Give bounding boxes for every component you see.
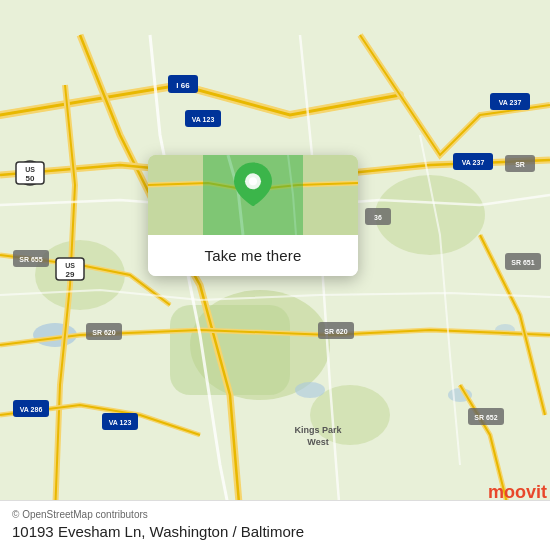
map-attribution: © OpenStreetMap contributors <box>12 509 538 520</box>
svg-point-49 <box>249 177 257 185</box>
svg-text:VA 237: VA 237 <box>499 99 522 106</box>
svg-text:SR 651: SR 651 <box>511 259 534 266</box>
popup-map-preview <box>148 155 358 235</box>
svg-text:West: West <box>307 437 328 447</box>
svg-text:50: 50 <box>26 174 35 183</box>
moovit-logo: moovit <box>488 478 540 506</box>
svg-text:SR 655: SR 655 <box>19 256 42 263</box>
svg-text:VA 123: VA 123 <box>109 419 132 426</box>
svg-text:I 66: I 66 <box>176 81 190 90</box>
address-text: 10193 Evesham Ln, Washington / Baltimore <box>12 523 538 540</box>
svg-text:SR 620: SR 620 <box>324 328 347 335</box>
svg-text:moovit: moovit <box>488 482 547 502</box>
svg-text:VA 237: VA 237 <box>462 159 485 166</box>
attribution-text: © OpenStreetMap contributors <box>12 509 148 520</box>
location-popup: Take me there <box>148 155 358 276</box>
svg-point-7 <box>295 382 325 398</box>
svg-rect-5 <box>170 305 290 395</box>
svg-text:US: US <box>65 262 75 269</box>
bottom-info-bar: © OpenStreetMap contributors 10193 Evesh… <box>0 500 550 550</box>
svg-text:29: 29 <box>66 270 75 279</box>
svg-text:VA 123: VA 123 <box>192 116 215 123</box>
svg-text:SR: SR <box>515 161 525 168</box>
svg-text:SR 620: SR 620 <box>92 329 115 336</box>
take-me-there-button[interactable]: Take me there <box>148 235 358 276</box>
location-pin <box>234 162 272 210</box>
svg-text:36: 36 <box>374 214 382 221</box>
svg-text:VA 286: VA 286 <box>20 406 43 413</box>
svg-text:Kings Park: Kings Park <box>294 425 342 435</box>
map-container: I 66 VA 123 US US 50 US 29 VA 237 VA 237… <box>0 0 550 550</box>
svg-text:US: US <box>25 166 35 173</box>
svg-text:SR 652: SR 652 <box>474 414 497 421</box>
